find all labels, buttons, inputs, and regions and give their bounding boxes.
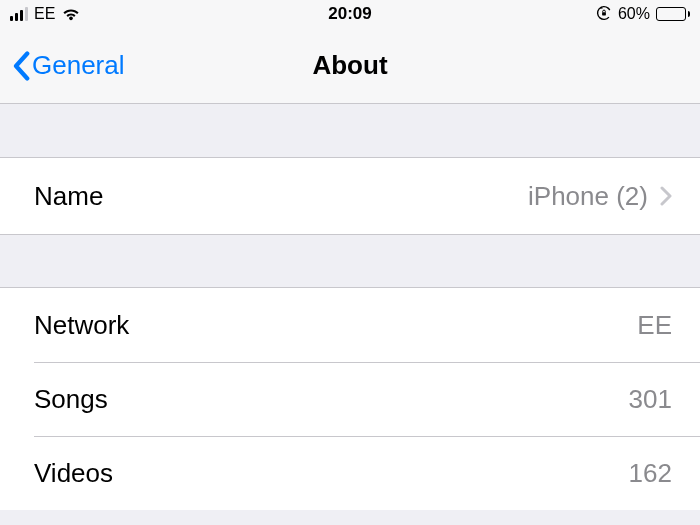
carrier-label: EE <box>34 5 55 23</box>
status-time: 20:09 <box>328 4 371 24</box>
list-group-name: Name iPhone (2) <box>0 158 700 234</box>
status-right: 60% <box>596 5 690 24</box>
back-button[interactable]: General <box>0 50 125 81</box>
row-videos: Videos 162 <box>0 436 700 510</box>
row-label: Videos <box>34 458 113 489</box>
row-name[interactable]: Name iPhone (2) <box>0 158 700 234</box>
settings-about-screen: EE 20:09 60% <box>0 0 700 525</box>
row-value: 301 <box>629 384 672 415</box>
list-group-details: Network EE Songs 301 Videos 162 <box>0 288 700 510</box>
row-value: 162 <box>629 458 672 489</box>
row-label: Network <box>34 310 129 341</box>
row-value: EE <box>637 310 672 341</box>
row-network: Network EE <box>0 288 700 362</box>
row-label: Songs <box>34 384 108 415</box>
status-left: EE <box>10 5 81 23</box>
chevron-left-icon <box>12 51 30 81</box>
group-spacer <box>0 234 700 288</box>
wifi-icon <box>61 7 81 21</box>
row-value: iPhone (2) <box>528 181 672 212</box>
row-songs: Songs 301 <box>0 362 700 436</box>
status-bar: EE 20:09 60% <box>0 0 700 28</box>
row-label: Name <box>34 181 103 212</box>
rotation-lock-icon <box>596 5 612 24</box>
svg-rect-1 <box>602 12 606 15</box>
chevron-right-icon <box>660 186 672 206</box>
signal-bars-icon <box>10 7 28 21</box>
group-spacer <box>0 104 700 158</box>
page-title: About <box>312 50 387 81</box>
nav-bar: General About <box>0 28 700 104</box>
row-value-text: iPhone (2) <box>528 181 648 212</box>
battery-percent: 60% <box>618 5 650 23</box>
battery-icon <box>656 7 690 21</box>
back-label: General <box>32 50 125 81</box>
